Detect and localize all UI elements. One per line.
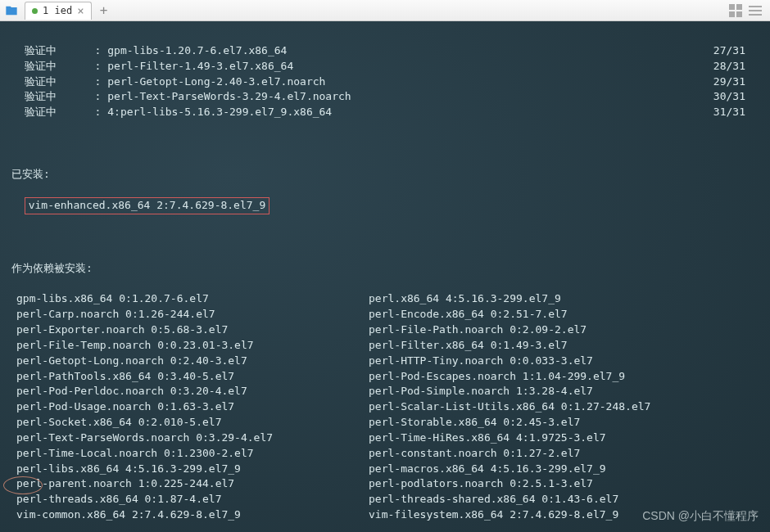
dep-item: perl-Getopt-Long.noarch 0:2.40-3.el7 [16,354,369,369]
dep-item: perl-File-Path.noarch 0:2.09-2.el7 [369,322,759,338]
verify-count: 29/31 [713,74,759,90]
verify-count: 27/31 [713,43,759,59]
dep-item: perl-Carp.noarch 0:1.26-244.el7 [16,307,369,322]
dep-item: perl-libs.x86_64 4:5.16.3-299.el7_9 [16,462,369,477]
deps-label: 作为依赖被安装: [11,261,759,277]
dep-item: perl-Pod-Escapes.noarch 1:1.04-299.el7_9 [369,369,759,385]
dep-item: perl-Pod-Usage.noarch 0:1.63-3.el7 [16,399,369,415]
tab-title: 1 ied [43,5,72,16]
verify-row: 验证中 : 4:perl-libs-5.16.3-299.el7_9.x86_6… [11,105,759,120]
verify-pkg: 验证中 : 4:perl-libs-5.16.3-299.el7_9.x86_6… [11,105,332,120]
dep-item: perl-Socket.x86_64 0:2.010-5.el7 [16,415,369,431]
dep-item: perl-Storable.x86_64 0:2.45-3.el7 [369,415,759,431]
verify-pkg: 验证中 : perl-Getopt-Long-2.40-3.el7.noarch [11,74,325,90]
dep-item: perl-Text-ParseWords.noarch 0:3.29-4.el7 [16,431,369,446]
tab-1-ied[interactable]: 1 ied × [25,2,92,20]
dep-item: perl-Scalar-List-Utils.x86_64 0:1.27-248… [369,399,759,415]
verify-pkg: 验证中 : perl-Filter-1.49-3.el7.x86_64 [11,59,293,74]
dep-item: perl-PathTools.x86_64 0:3.40-5.el7 [16,369,369,385]
dep-item: perl-constant.noarch 0:1.27-2.el7 [369,446,759,462]
menu-icon[interactable] [749,4,762,17]
tab-bar: 1 ied × + [0,0,770,21]
dep-item: perl-Pod-Simple.noarch 1:3.28-4.el7 [369,384,759,399]
verify-row: 验证中 : perl-Filter-1.49-3.el7.x86_6428/31 [11,59,759,74]
verify-count: 30/31 [713,89,759,105]
status-dot-icon [32,8,38,14]
dep-item: perl-File-Temp.noarch 0:0.23.01-3.el7 [16,338,369,354]
verify-pkg: 验证中 : gpm-libs-1.20.7-6.el7.x86_64 [11,43,287,59]
grid-view-icon[interactable] [729,4,742,17]
terminal-output[interactable]: 验证中 : gpm-libs-1.20.7-6.el7.x86_6427/31 … [0,21,770,532]
dep-item: perl-parent.noarch 1:0.225-244.el7 [16,476,369,492]
installed-label: 已安装: [11,167,759,183]
dep-item: perl-threads.x86_64 0:1.87-4.el7 [16,492,369,507]
close-icon[interactable]: × [77,4,84,17]
verify-pkg: 验证中 : perl-Text-ParseWords-3.29-4.el7.no… [11,89,351,105]
dep-item: gpm-libs.x86_64 0:1.20.7-6.el7 [16,291,369,307]
dep-item: perl-Exporter.noarch 0:5.68-3.el7 [16,322,369,338]
verify-count: 28/31 [713,59,759,74]
dep-item: perl-macros.x86_64 4:5.16.3-299.el7_9 [369,462,759,477]
dep-item: perl.x86_64 4:5.16.3-299.el7_9 [369,291,759,307]
dep-item: perl-Time-Local.noarch 0:1.2300-2.el7 [16,446,369,462]
new-tab-button[interactable]: + [95,2,113,20]
verify-row: 验证中 : perl-Getopt-Long-2.40-3.el7.noarch… [11,74,759,90]
verify-row: 验证中 : perl-Text-ParseWords-3.29-4.el7.no… [11,89,759,105]
dep-item: vim-common.x86_64 2:7.4.629-8.el7_9 [16,507,369,523]
folder-icon[interactable] [3,2,20,19]
dep-item: perl-podlators.noarch 0:2.5.1-3.el7 [369,476,759,492]
installed-package: vim-enhanced.x86_64 2:7.4.629-8.el7_9 [25,197,270,214]
dep-item: perl-HTTP-Tiny.noarch 0:0.033-3.el7 [369,354,759,369]
verify-row: 验证中 : gpm-libs-1.20.7-6.el7.x86_6427/31 [11,43,759,59]
verify-count: 31/31 [713,105,759,120]
toolbar-right [729,4,767,17]
dep-item: perl-Filter.x86_64 0:1.49-3.el7 [369,338,759,354]
dep-item: perl-threads-shared.x86_64 0:1.43-6.el7 [369,492,759,507]
dep-item: perl-Time-HiRes.x86_64 4:1.9725-3.el7 [369,431,759,446]
deps-list: gpm-libs.x86_64 0:1.20.7-6.el7perl.x86_6… [16,291,759,523]
dep-item: perl-Encode.x86_64 0:2.51-7.el7 [369,307,759,322]
watermark: CSDN @小白不懂程序 [642,507,759,524]
dep-item: perl-Pod-Perldoc.noarch 0:3.20-4.el7 [16,384,369,399]
